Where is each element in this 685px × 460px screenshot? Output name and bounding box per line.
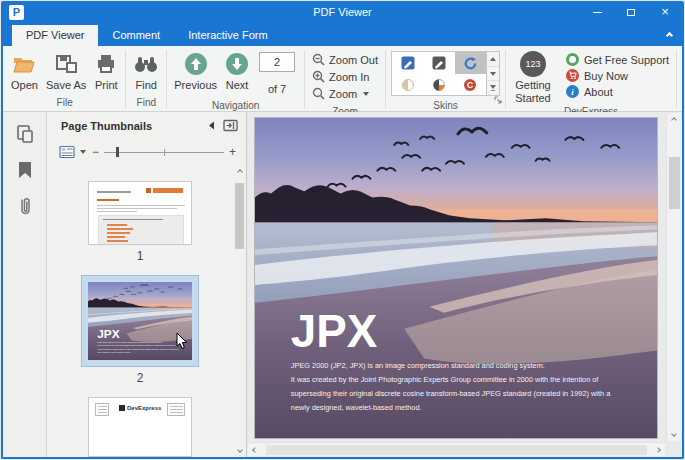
refresh-skin-icon <box>463 56 478 71</box>
ribbon-group-file: Open Save As Print File <box>5 48 124 111</box>
dark-skin-icon <box>432 56 446 70</box>
thumbnail-options-button[interactable] <box>59 145 86 159</box>
thumbnail-zoom-slider: − + <box>92 147 236 157</box>
skin-item-tan[interactable] <box>392 74 423 95</box>
group-separator <box>125 50 126 108</box>
print-button[interactable]: Print <box>90 48 122 92</box>
page-thumbnails-tab[interactable] <box>12 122 38 146</box>
paperclip-icon <box>17 195 33 217</box>
getting-started-icon: 123 <box>520 51 546 77</box>
previous-page-icon <box>184 51 208 77</box>
attachments-tab[interactable] <box>12 194 38 218</box>
tab-interactive-form[interactable]: Interactive Form <box>174 25 281 46</box>
vertical-scrollbar[interactable] <box>666 113 681 441</box>
next-button[interactable]: Next <box>221 48 253 92</box>
thumbnail-page-3[interactable]: DevExpress <box>88 397 192 457</box>
find-button[interactable]: Find <box>129 48 163 92</box>
close-button[interactable]: × <box>648 1 682 23</box>
pages-icon <box>15 124 35 144</box>
skin-item-dark[interactable] <box>423 52 454 74</box>
scrollbar-thumb[interactable] <box>669 157 680 209</box>
get-free-support-button[interactable]: Get Free Support <box>566 53 669 66</box>
minimize-icon <box>593 12 602 13</box>
scroll-down-button[interactable] <box>238 443 242 457</box>
skin-item-dark-orange[interactable] <box>423 74 454 95</box>
ribbon-group-zoom: Zoom Out Zoom In Zoom Zoom <box>306 48 384 111</box>
zoom-in-button[interactable]: Zoom In <box>312 69 378 84</box>
thumbnail-page-1[interactable] <box>88 181 192 245</box>
find-label: Find <box>136 79 157 91</box>
slider-thumb[interactable] <box>116 147 119 157</box>
scroll-up-button[interactable] <box>672 113 676 127</box>
buy-now-icon <box>566 69 579 82</box>
about-button[interactable]: i About <box>566 85 669 98</box>
thumbnail-page-1-label: 1 <box>137 249 144 263</box>
pdf-page[interactable]: JPX JPEG 2000 (JP2, JPX) is an image com… <box>254 117 658 439</box>
slider-track[interactable] <box>104 147 224 157</box>
support-icon <box>566 53 579 66</box>
scrollbar-thumb[interactable] <box>235 183 244 249</box>
zoom-in-icon <box>312 70 325 83</box>
save-as-button[interactable]: Save As <box>42 48 90 92</box>
print-label: Print <box>95 79 118 91</box>
tab-pdf-viewer[interactable]: PDF Viewer <box>12 25 98 46</box>
bookmark-icon <box>17 161 33 179</box>
skins-dialog-launcher[interactable] <box>494 90 502 108</box>
mini-devexpress-logo <box>153 188 183 193</box>
panel-dock-button[interactable] <box>223 119 238 132</box>
close-icon: × <box>661 7 669 17</box>
document-view[interactable]: JPX JPEG 2000 (JP2, JPX) is an image com… <box>247 112 682 457</box>
scroll-right-button[interactable] <box>651 448 665 452</box>
ribbon: Open Save As Print File <box>3 46 682 112</box>
tab-comment[interactable]: Comment <box>98 25 174 46</box>
zoom-menu-button[interactable]: Zoom <box>312 86 378 101</box>
dialog-launcher-icon <box>494 96 502 104</box>
zoom-out-label: Zoom Out <box>329 54 378 66</box>
zoom-in-label: Zoom In <box>329 71 369 83</box>
ribbon-collapse-button[interactable] <box>667 24 672 42</box>
buy-now-label: Buy Now <box>584 70 628 82</box>
gallery-scroll-down-button[interactable] <box>487 67 499 82</box>
thumbnail-list: 1 <box>47 165 246 457</box>
document-line: It was created by the Joint Photographic… <box>291 375 600 384</box>
buy-now-button[interactable]: Buy Now <box>566 69 669 82</box>
minimize-button[interactable] <box>580 1 614 23</box>
scroll-down-button[interactable] <box>672 427 676 441</box>
navigation-pane-strip <box>3 112 47 457</box>
getting-started-button[interactable]: 123 Getting Started <box>509 48 557 105</box>
blue-skin-icon <box>401 56 415 70</box>
tan-skin-icon <box>401 78 415 92</box>
maximize-icon <box>627 9 635 16</box>
thumbnail-scrollbar[interactable] <box>233 165 246 457</box>
open-label: Open <box>11 79 38 91</box>
gallery-scroll-up-button[interactable] <box>487 52 499 67</box>
document-line: It was created by the Joint Photographic… <box>97 344 176 346</box>
slider-minus-button[interactable]: − <box>92 147 99 157</box>
pdf-page-image: JPX JPEG 2000 (JP2, JPX) is an image com… <box>255 118 657 438</box>
horizontal-scrollbar[interactable] <box>248 442 665 456</box>
triangle-left-icon <box>208 121 215 130</box>
pdf-viewer-window: P PDF Viewer × PDF Viewer Comment Intera… <box>1 1 684 459</box>
scroll-left-button[interactable] <box>248 448 262 452</box>
panel-collapse-button[interactable] <box>208 121 215 130</box>
red-skin-icon: C <box>463 78 477 92</box>
ribbon-group-find: Find Find <box>127 48 165 111</box>
slider-plus-button[interactable]: + <box>229 147 236 157</box>
bookmarks-tab[interactable] <box>12 158 38 182</box>
zoom-out-button[interactable]: Zoom Out <box>312 52 378 67</box>
previous-button[interactable]: Previous <box>170 48 221 92</box>
open-folder-icon <box>12 51 36 77</box>
skin-item-red[interactable]: C <box>455 74 486 95</box>
svg-text:C: C <box>467 80 473 90</box>
skin-item-blue[interactable] <box>392 52 423 74</box>
zoom-out-icon <box>312 53 325 66</box>
skin-item-selected[interactable] <box>455 52 486 74</box>
maximize-button[interactable] <box>614 1 648 23</box>
next-page-icon <box>225 51 249 77</box>
open-button[interactable]: Open <box>7 48 42 92</box>
scrollbar-thumb[interactable] <box>266 445 647 455</box>
page-number-input[interactable] <box>259 52 295 72</box>
mini-content-box <box>98 215 184 245</box>
thumbnail-page-2-selected[interactable]: JPX JPEG 2000 (JP2, JPX) is an image com… <box>81 275 199 367</box>
scroll-up-button[interactable] <box>238 165 242 179</box>
